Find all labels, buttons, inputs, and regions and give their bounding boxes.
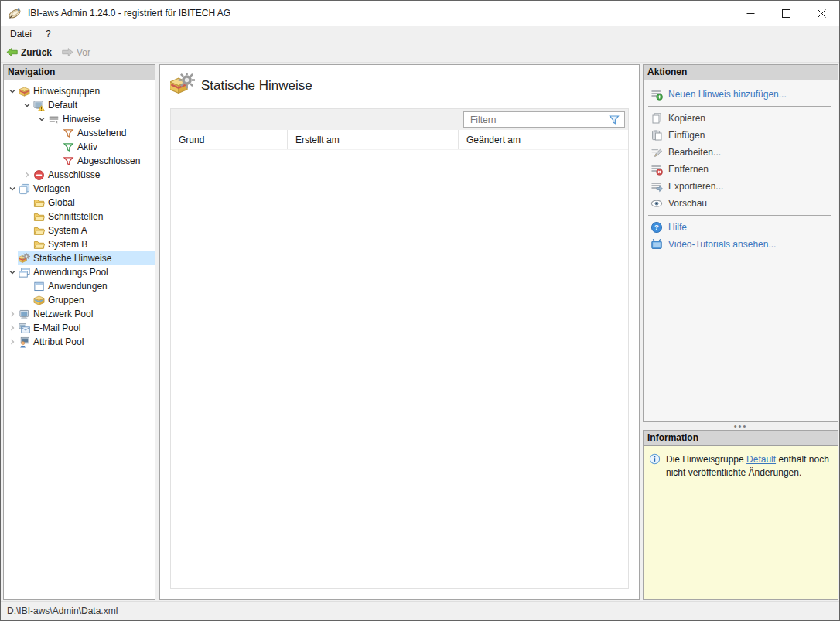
help-icon: ? (650, 221, 663, 234)
status-bar: D:\IBI-aws\Admin\Data.xml (1, 601, 839, 620)
action-label: Einfügen (668, 130, 705, 141)
actions-list: Neuen Hinweis hinzufügen...KopierenEinfü… (644, 80, 838, 253)
tree-item-attribut-pool[interactable]: Attribut Pool (4, 335, 155, 349)
notice-group-icon (18, 85, 30, 97)
main-panel: Statische Hinweise GrundErstellt amGeänd… (159, 64, 640, 600)
default-group-link[interactable]: Default (746, 454, 776, 465)
chevron-down-icon[interactable] (36, 114, 47, 125)
table-rows-empty (171, 151, 628, 588)
tree-item-schnittstellen[interactable]: Schnittstellen (4, 210, 155, 223)
action-kopieren[interactable]: Kopieren (644, 110, 838, 127)
action-exportieren[interactable]: Exportieren... (644, 178, 838, 195)
filter-input[interactable] (463, 111, 625, 128)
back-button[interactable]: Zurück (1, 43, 56, 62)
title-bar[interactable]: IBI-aws Admin 1.24.0 - registriert für I… (1, 1, 839, 26)
main-header: Statische Hinweise (160, 65, 639, 107)
email-icon (18, 322, 30, 334)
panel-splitter[interactable]: ••• (643, 422, 838, 430)
tree-item-default[interactable]: Default (4, 98, 155, 112)
forward-button[interactable]: Vor (56, 43, 95, 62)
column-header-grund[interactable]: Grund (171, 130, 288, 149)
action-entfernen[interactable]: Entfernen (644, 161, 838, 178)
info-icon (649, 453, 661, 466)
app-windows-icon (18, 266, 30, 278)
tree-item-hinweise[interactable]: Hinweise (4, 112, 155, 126)
svg-text:?: ? (654, 223, 659, 231)
tree-item-system-a[interactable]: System A (4, 223, 155, 237)
tree-item-e-mail-pool[interactable]: E-Mail Pool (4, 321, 155, 335)
tree-item-anwendungen[interactable]: Anwendungen (4, 279, 155, 293)
tree-item-anwendungs-pool[interactable]: Anwendungs Pool (4, 265, 155, 279)
remove-icon (650, 163, 663, 176)
action-bearbeiten[interactable]: Bearbeiten... (644, 144, 838, 161)
forward-arrow-icon (61, 46, 73, 59)
information-header: Information (644, 431, 838, 446)
no-entry-icon (32, 169, 45, 181)
tree-item-label: Aktiv (74, 142, 101, 152)
maximize-button[interactable] (768, 1, 804, 26)
filter-funnel-icon (608, 114, 622, 126)
folder-icon (32, 224, 45, 237)
tree-item-label: Hinweise (60, 114, 104, 125)
back-button-label: Zurück (21, 47, 52, 58)
templates-icon (18, 183, 30, 195)
tree-item-vorlagen[interactable]: Vorlagen (4, 182, 155, 196)
action-label: Hilfe (668, 222, 687, 233)
tree-item-ausschlusse[interactable]: Ausschlüsse (4, 168, 155, 182)
tree-item-label: Hinweisgruppen (30, 86, 103, 97)
column-header-geandert-am[interactable]: Geändert am (459, 130, 628, 149)
static-notice-icon (18, 252, 30, 264)
tree-item-label: E-Mail Pool (30, 322, 84, 333)
chevron-right-icon[interactable] (7, 309, 18, 319)
tree-item-aktiv[interactable]: Aktiv (4, 140, 155, 154)
information-message: Die Hinweisgruppe Default enthält noch n… (666, 453, 832, 479)
folder-icon (32, 196, 45, 209)
action-neuen-hinweis-hinzufugen[interactable]: Neuen Hinweis hinzufügen... (644, 86, 838, 103)
action-vorschau[interactable]: Vorschau (644, 195, 838, 212)
action-label: Video-Tutorials ansehen... (668, 239, 776, 250)
funnel-red-icon (62, 155, 74, 167)
paste-icon (650, 129, 663, 142)
chevron-right-icon[interactable] (7, 336, 18, 347)
edit-icon (650, 146, 663, 159)
actions-separator (648, 215, 831, 216)
chevron-down-icon[interactable] (7, 183, 18, 194)
column-header-erstellt-am[interactable]: Erstellt am (288, 130, 459, 149)
tree-item-system-b[interactable]: System B (4, 237, 155, 251)
toolbar: Zurück Vor (1, 43, 839, 63)
action-hilfe[interactable]: ?Hilfe (644, 219, 838, 236)
tree-item-gruppen[interactable]: Gruppen (4, 293, 155, 307)
tree-item-ausstehend[interactable]: Ausstehend (4, 126, 155, 140)
tree-item-label: Abgeschlossen (74, 155, 143, 166)
actions-panel: Aktionen Neuen Hinweis hinzufügen...Kopi… (643, 64, 838, 422)
tree-item-statische-hinweise[interactable]: Statische Hinweise (4, 251, 155, 265)
minimize-button[interactable] (732, 1, 768, 26)
chevron-down-icon[interactable] (22, 100, 32, 111)
action-einfugen[interactable]: Einfügen (644, 127, 838, 144)
tree-item-hinweisgruppen[interactable]: Hinweisgruppen (4, 84, 155, 98)
chevron-down-icon[interactable] (7, 267, 18, 278)
actions-header: Aktionen (644, 65, 838, 80)
folder-icon (32, 210, 45, 223)
app-window-icon (32, 280, 45, 292)
tree-item-label: Anwendungs Pool (30, 267, 111, 278)
tree-item-label: Ausstehend (74, 128, 129, 138)
close-icon (818, 9, 826, 18)
tree-item-label: Schnittstellen (45, 211, 106, 222)
close-button[interactable] (804, 1, 839, 26)
tree-item-netzwerk-pool[interactable]: Netzwerk Pool (4, 307, 155, 321)
action-video-tutorials-ansehen[interactable]: Video-Tutorials ansehen... (644, 236, 838, 253)
menu-item-datei[interactable]: Datei (3, 26, 39, 43)
tree-item-label: System B (45, 239, 90, 250)
tree-item-label: Default (45, 100, 80, 111)
chevron-down-icon[interactable] (7, 86, 18, 97)
maximize-icon (782, 9, 790, 18)
right-column: Aktionen Neuen Hinweis hinzufügen...Kopi… (643, 64, 838, 600)
chevron-right-icon[interactable] (22, 169, 32, 180)
filter-text-field[interactable] (464, 114, 608, 125)
folder-icon (32, 238, 45, 251)
tree-item-abgeschlossen[interactable]: Abgeschlossen (4, 154, 155, 168)
tree-item-global[interactable]: Global (4, 196, 155, 210)
chevron-right-icon[interactable] (7, 322, 18, 333)
menu-item-help[interactable]: ? (39, 26, 58, 43)
